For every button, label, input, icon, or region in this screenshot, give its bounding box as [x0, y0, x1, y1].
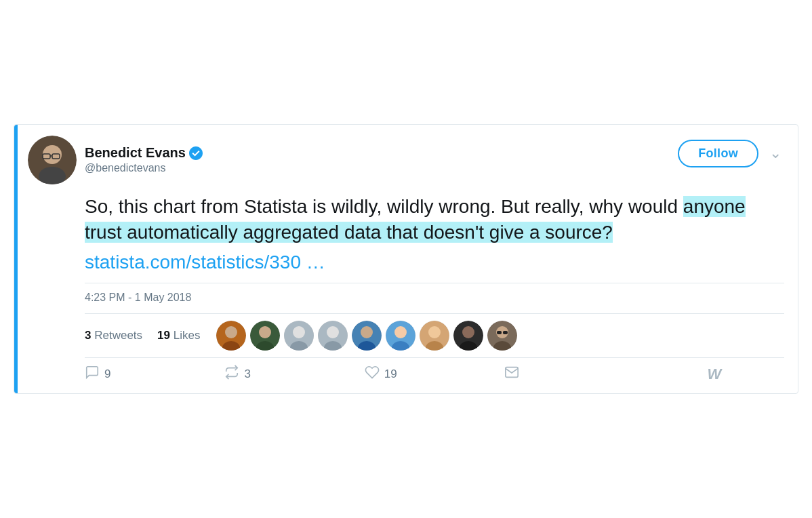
liker-avatar[interactable] [284, 321, 314, 351]
liker-avatar[interactable] [318, 321, 348, 351]
tweet-actions: 9 3 [85, 358, 784, 393]
likes-stat[interactable]: 19 Likes [157, 329, 200, 342]
name-text: Benedict Evans [85, 145, 186, 161]
heart-icon [365, 365, 380, 384]
svg-point-28 [462, 326, 474, 338]
liker-avatar[interactable] [216, 321, 246, 351]
svg-rect-32 [497, 331, 502, 334]
tweet-header: Benedict Evans @benedictevans Follow ⌄ [28, 136, 784, 184]
chevron-down-icon[interactable]: ⌄ [767, 142, 784, 165]
tweet-text-before: So, this chart from Statista is wildly, … [85, 196, 683, 217]
avatar[interactable] [28, 136, 77, 184]
svg-point-10 [259, 326, 271, 338]
retweet-action[interactable]: 3 [224, 365, 364, 384]
tweet-body: So, this chart from Statista is wildly, … [28, 194, 784, 394]
liker-avatar[interactable] [487, 321, 517, 351]
tweet-timestamp: 4:23 PM - 1 May 2018 [85, 283, 784, 304]
retweets-label: Retweets [94, 329, 142, 342]
retweets-stat[interactable]: 3 Retweets [85, 329, 142, 342]
tweet-text: So, this chart from Statista is wildly, … [85, 194, 784, 245]
reply-icon [85, 365, 100, 384]
w-action[interactable]: W [645, 365, 784, 383]
like-action[interactable]: 19 [365, 365, 504, 384]
stats-counts: 3 Retweets 19 Likes [85, 329, 216, 342]
likes-label: Likes [174, 329, 201, 342]
verified-icon [189, 146, 203, 160]
tweet-header-left: Benedict Evans @benedictevans [28, 136, 203, 184]
svg-point-22 [394, 326, 407, 338]
retweet-icon [224, 365, 239, 384]
liker-avatar[interactable] [453, 321, 483, 351]
w-icon: W [707, 365, 721, 383]
svg-point-16 [327, 326, 339, 338]
likes-count: 19 [157, 329, 170, 342]
tweet-header-right: Follow ⌄ [678, 140, 784, 167]
svg-rect-33 [503, 331, 508, 334]
retweets-count: 3 [85, 329, 91, 342]
username: @benedictevans [85, 162, 203, 174]
tweet-card: Benedict Evans @benedictevans Follow ⌄ S… [14, 124, 798, 395]
tweet-stats: 3 Retweets 19 Likes [85, 313, 784, 358]
svg-point-25 [428, 326, 441, 338]
display-name: Benedict Evans [85, 145, 203, 161]
svg-point-13 [293, 326, 305, 338]
retweet-count: 3 [244, 367, 250, 381]
svg-point-7 [225, 326, 237, 338]
reply-action[interactable]: 9 [85, 365, 224, 384]
liker-avatar[interactable] [352, 321, 382, 351]
reply-count: 9 [104, 367, 110, 381]
dm-action[interactable] [504, 365, 644, 384]
liker-avatar[interactable] [420, 321, 449, 351]
tweet-link[interactable]: statista.com/statistics/330 … [85, 252, 784, 273]
like-count: 19 [384, 367, 397, 381]
liker-avatar[interactable] [250, 321, 280, 351]
follow-button[interactable]: Follow [678, 140, 758, 167]
left-accent-bar [14, 125, 18, 394]
user-info: Benedict Evans @benedictevans [85, 145, 203, 174]
likers-avatars [216, 321, 517, 351]
svg-point-19 [361, 326, 373, 338]
liker-avatar[interactable] [386, 321, 415, 351]
mail-icon [504, 365, 519, 384]
